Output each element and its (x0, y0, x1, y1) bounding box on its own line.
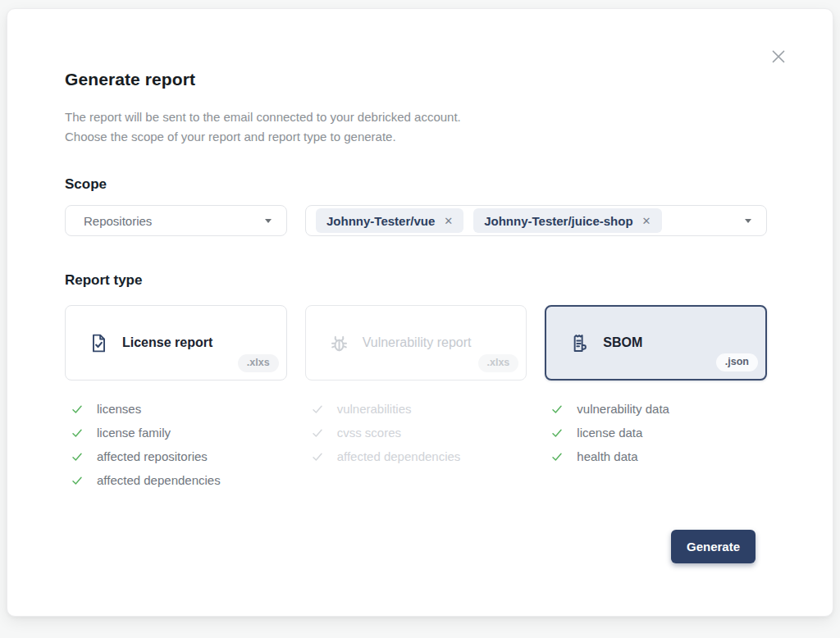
description-line-2: Choose the scope of your report and repo… (65, 130, 396, 144)
report-card-label: License report (122, 335, 212, 350)
feature-label: licenses (97, 402, 141, 416)
feature-label: vulnerability data (577, 402, 669, 416)
feature-label: license data (577, 426, 642, 440)
report-card-label: Vulnerability report (363, 335, 472, 350)
feature-label: affected dependencies (337, 449, 461, 463)
feature-item: license family (65, 421, 287, 444)
repositories-multiselect[interactable]: Johnny-Tester/vue ✕ Johnny-Tester/juice-… (305, 205, 767, 236)
check-icon (71, 474, 84, 487)
report-card-sbom[interactable]: SBOM .json (545, 305, 767, 381)
file-extension-badge: .xlxs (238, 354, 279, 372)
feature-label: cvss scores (337, 426, 401, 440)
modal-title: Generate report (65, 70, 767, 89)
report-feature-columns: licenses license family affected reposit… (65, 397, 767, 492)
receipt-icon (568, 332, 591, 354)
check-icon (71, 426, 84, 440)
feature-item: vulnerability data (545, 397, 767, 421)
repo-chip-label: Johnny-Tester/juice-shop (484, 214, 632, 228)
check-icon (311, 450, 324, 463)
report-type-heading: Report type (65, 272, 767, 289)
document-check-icon (88, 332, 110, 354)
description-line-1: The report will be sent to the email con… (65, 110, 461, 124)
check-icon (71, 450, 84, 463)
feature-label: vulnerabilities (337, 402, 412, 416)
page-background: { "modal": { "title": "Generate report",… (0, 0, 840, 638)
license-feature-list: licenses license family affected reposit… (65, 397, 287, 492)
feature-label: affected dependencies (97, 473, 221, 487)
scope-heading: Scope (65, 176, 767, 193)
feature-item: vulnerabilities (305, 397, 527, 421)
check-icon (550, 450, 564, 463)
generate-report-modal: Generate report The report will be sent … (7, 8, 833, 617)
feature-item: license data (545, 421, 767, 444)
check-icon (550, 426, 564, 440)
repo-chip-label: Johnny-Tester/vue (326, 214, 435, 228)
sbom-feature-list: vulnerability data license data health d… (545, 397, 767, 492)
report-card-vulnerability[interactable]: Vulnerability report .xlxs (305, 305, 527, 381)
close-icon (769, 47, 788, 66)
chip-remove-icon[interactable]: ✕ (642, 216, 651, 226)
modal-description: The report will be sent to the email con… (65, 107, 767, 147)
feature-item: licenses (65, 397, 287, 421)
chevron-down-icon (743, 216, 753, 226)
bug-icon (328, 332, 350, 354)
feature-label: license family (97, 426, 171, 440)
feature-item: affected dependencies (65, 468, 287, 492)
report-card-license[interactable]: License report .xlxs (65, 305, 287, 381)
check-icon (550, 403, 564, 416)
file-extension-badge: .xlxs (478, 354, 519, 372)
check-icon (311, 403, 324, 416)
vulnerability-feature-list: vulnerabilities cvss scores affected dep… (305, 397, 527, 492)
scope-type-select[interactable]: Repositories (65, 205, 287, 236)
chip-remove-icon[interactable]: ✕ (444, 216, 453, 226)
feature-item: cvss scores (305, 421, 527, 444)
feature-label: health data (577, 449, 637, 463)
report-card-label: SBOM (603, 335, 642, 350)
feature-item: affected dependencies (305, 444, 527, 468)
check-icon (311, 426, 324, 440)
feature-label: affected repositories (97, 449, 208, 463)
generate-button[interactable]: Generate (671, 530, 756, 563)
close-button[interactable] (767, 45, 790, 68)
chevron-down-icon (263, 216, 273, 226)
feature-item: health data (545, 444, 767, 468)
feature-item: affected repositories (65, 444, 287, 468)
repo-chip-juice-shop: Johnny-Tester/juice-shop ✕ (473, 208, 661, 233)
check-icon (71, 403, 84, 416)
scope-controls: Repositories Johnny-Tester/vue ✕ Johnny-… (65, 205, 767, 236)
report-type-cards: License report .xlxs Vulnerability repor… (65, 305, 767, 381)
scope-type-value: Repositories (84, 214, 152, 228)
repo-chip-vue: Johnny-Tester/vue ✕ (316, 208, 463, 233)
file-extension-badge: .json (716, 353, 758, 371)
